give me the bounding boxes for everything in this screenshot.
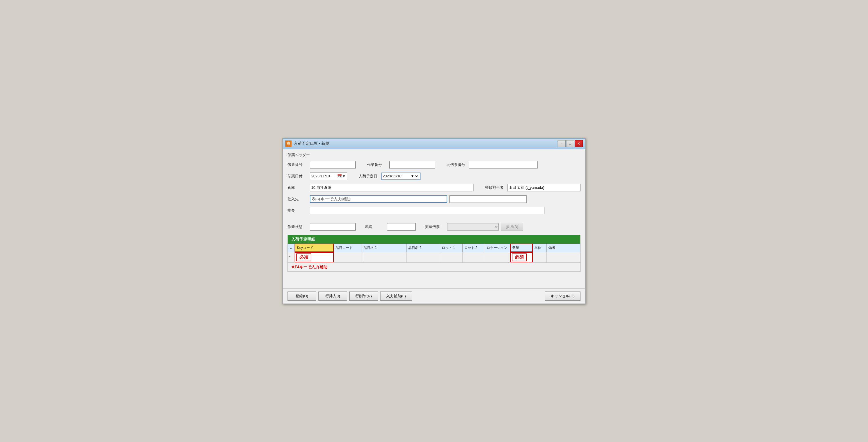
supplier-input[interactable]	[310, 195, 447, 203]
register-button[interactable]: 登録(U)	[287, 291, 316, 301]
key-required-badge: 必須	[297, 253, 311, 261]
col-header-lot2: ロット 2	[463, 244, 485, 252]
item-name1-input[interactable]	[363, 255, 405, 259]
diff-label: 差異	[365, 224, 385, 229]
slip-date-label: 伝票日付	[287, 173, 308, 179]
window-body: 伝票ヘッダー 伝票番号 作業番号 元伝票番号 伝票日付 📅▼ 入荷予定日	[283, 149, 585, 288]
maximize-button[interactable]: □	[566, 140, 574, 147]
diff-input[interactable]	[387, 223, 416, 230]
status-row: 作業状態 差異 実績伝票 参照(B)	[287, 223, 581, 231]
item-name2-cell[interactable]	[406, 252, 440, 262]
registrar-input[interactable]	[507, 184, 581, 191]
col-header-indicator: ▲	[288, 244, 295, 252]
slip-number-input[interactable]	[310, 161, 355, 168]
col-header-location: ロケーション	[485, 244, 510, 252]
section-header-label: 伝票ヘッダー	[287, 153, 581, 158]
lot1-input[interactable]	[441, 255, 461, 259]
registrar-label: 登録担当者	[485, 185, 505, 190]
qty-required-badge: 必須	[512, 253, 527, 261]
slip-date-field[interactable]: 📅▼	[310, 172, 347, 180]
grid-hint-text: ※F4キーで入力補助	[291, 265, 327, 269]
main-window: 在 入荷予定伝票 - 新規 － □ ✕ 伝票ヘッダー 伝票番号 作業番号 元伝票…	[282, 138, 586, 304]
work-number-label: 作業番号	[367, 162, 387, 167]
detail-section-header: 入荷予定明細	[288, 235, 580, 244]
col-header-item-name2: 品目名 2	[406, 244, 440, 252]
date-row: 伝票日付 📅▼ 入荷予定日 ▼	[287, 172, 581, 180]
warehouse-input[interactable]	[310, 184, 473, 191]
slip-date-input[interactable]	[311, 174, 337, 178]
location-input[interactable]	[486, 255, 509, 259]
col-header-unit: 単位	[533, 244, 547, 252]
lot2-cell[interactable]	[463, 252, 485, 262]
work-number-input[interactable]	[390, 161, 435, 168]
col-header-key: Keyコード	[295, 244, 334, 252]
scheduled-date-label: 入荷予定日	[359, 173, 379, 179]
location-cell[interactable]	[485, 252, 510, 262]
actual-slip-dropdown[interactable]	[447, 223, 499, 230]
close-button[interactable]: ✕	[575, 140, 583, 147]
insert-row-button[interactable]: 行挿入(I)	[318, 291, 347, 301]
work-status-label: 作業状態	[287, 224, 308, 229]
footer-bar: 登録(U) 行挿入(I) 行削除(R) 入力補助(F) キャンセル(C)	[283, 288, 585, 304]
unit-input[interactable]	[534, 255, 545, 259]
app-icon: 在	[285, 140, 291, 147]
warehouse-label: 倉庫	[287, 185, 308, 190]
col-header-item-name1: 品目名 1	[362, 244, 406, 252]
minimize-button[interactable]: －	[558, 140, 566, 147]
ref-button[interactable]: 参照(B)	[501, 223, 523, 231]
memo-input[interactable]	[548, 255, 579, 259]
memo-label: 摘要	[287, 208, 308, 213]
col-header-lot1: ロット 1	[440, 244, 462, 252]
warehouse-row: 倉庫 登録担当者	[287, 184, 581, 191]
detail-grid-container: 入荷予定明細 ▲ Keyコード 品目コード 品目名 1	[287, 235, 581, 272]
row-marker: *	[289, 255, 290, 259]
input-assist-button[interactable]: 入力補助(F)	[380, 291, 412, 301]
table-row: * 必須	[288, 252, 580, 263]
item-name2-input[interactable]	[408, 255, 439, 259]
scheduled-date-dropdown[interactable]: ▼	[410, 174, 419, 179]
sort-icon: ▲	[289, 246, 292, 249]
item-code-input[interactable]	[335, 255, 361, 259]
supplier-row: 仕入先	[287, 195, 581, 203]
window-controls: － □ ✕	[558, 140, 583, 147]
original-slip-label: 元伝票番号	[446, 162, 467, 167]
calendar-icon[interactable]: 📅▼	[337, 174, 346, 179]
window-title: 入荷予定伝票 - 新規	[294, 141, 558, 146]
title-bar: 在 入荷予定伝票 - 新規 － □ ✕	[283, 139, 585, 149]
grid-header-row: ▲ Keyコード 品目コード 品目名 1 品目名 2 ロット	[288, 244, 580, 252]
key-code-cell[interactable]: 必須	[295, 252, 334, 262]
lot1-cell[interactable]	[440, 252, 462, 262]
supplier-name-input[interactable]	[450, 195, 527, 203]
actual-slip-label: 実績伝票	[425, 224, 445, 229]
col-header-memo: 備考	[547, 244, 580, 252]
item-code-cell[interactable]	[334, 252, 362, 262]
lot2-input[interactable]	[464, 255, 484, 259]
item-name1-cell[interactable]	[362, 252, 406, 262]
scheduled-date-input[interactable]	[383, 174, 408, 178]
quantity-cell[interactable]: 必須	[510, 252, 532, 262]
supplier-label: 仕入先	[287, 196, 308, 202]
slip-number-row: 伝票番号 作業番号 元伝票番号	[287, 161, 581, 168]
grid-hint-area: ※F4キーで入力補助	[288, 263, 580, 272]
work-status-input[interactable]	[310, 223, 355, 230]
memo-cell[interactable]	[547, 252, 580, 262]
col-header-quantity: 数量	[510, 244, 532, 252]
memo-input[interactable]	[310, 207, 545, 214]
delete-row-button[interactable]: 行削除(R)	[349, 291, 378, 301]
cancel-button[interactable]: キャンセル(C)	[545, 291, 581, 301]
row-marker-cell: *	[288, 252, 295, 262]
slip-number-label: 伝票番号	[287, 162, 308, 167]
grid-scroll[interactable]: ▲ Keyコード 品目コード 品目名 1 品目名 2 ロット	[288, 244, 580, 272]
original-slip-input[interactable]	[469, 161, 537, 168]
memo-row: 摘要	[287, 207, 581, 214]
scheduled-date-field[interactable]: ▼	[381, 172, 421, 180]
unit-cell[interactable]	[533, 252, 547, 262]
col-header-item-code: 品目コード	[334, 244, 362, 252]
